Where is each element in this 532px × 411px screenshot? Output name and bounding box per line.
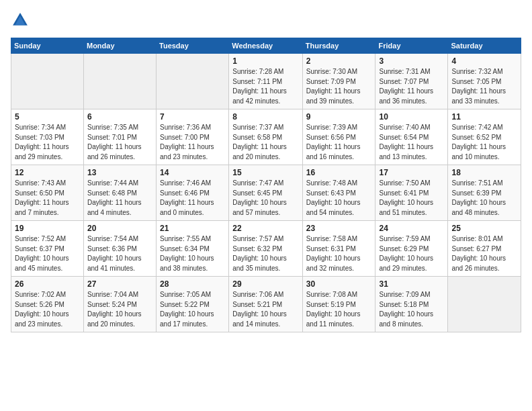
day-number: 19 xyxy=(15,224,80,233)
day-info: Sunrise: 7:44 AM Sunset: 6:48 PM Dayligh… xyxy=(87,179,152,218)
day-info: Sunrise: 7:08 AM Sunset: 5:19 PM Dayligh… xyxy=(306,290,372,329)
day-number: 24 xyxy=(379,224,444,233)
calendar-cell: 5Sunrise: 7:34 AM Sunset: 7:03 PM Daylig… xyxy=(11,109,84,165)
calendar-body: 1Sunrise: 7:28 AM Sunset: 7:11 PM Daylig… xyxy=(11,54,521,332)
day-number: 30 xyxy=(306,279,372,289)
calendar-cell xyxy=(448,277,521,332)
weekday-header: Friday xyxy=(375,38,448,54)
calendar-week-row: 12Sunrise: 7:43 AM Sunset: 6:50 PM Dayli… xyxy=(11,165,521,221)
day-info: Sunrise: 7:48 AM Sunset: 6:43 PM Dayligh… xyxy=(306,179,372,218)
calendar-cell: 28Sunrise: 7:05 AM Sunset: 5:22 PM Dayli… xyxy=(157,277,229,332)
day-info: Sunrise: 7:59 AM Sunset: 6:29 PM Dayligh… xyxy=(379,234,444,273)
weekday-row: SundayMondayTuesdayWednesdayThursdayFrid… xyxy=(11,38,521,54)
calendar-cell xyxy=(11,54,84,109)
day-info: Sunrise: 7:36 AM Sunset: 7:00 PM Dayligh… xyxy=(160,123,225,162)
calendar-cell: 2Sunrise: 7:30 AM Sunset: 7:09 PM Daylig… xyxy=(302,54,375,109)
calendar-cell: 7Sunrise: 7:36 AM Sunset: 7:00 PM Daylig… xyxy=(157,109,229,165)
weekday-header: Tuesday xyxy=(157,38,229,54)
day-number: 31 xyxy=(379,279,444,289)
calendar-week-row: 26Sunrise: 7:02 AM Sunset: 5:26 PM Dayli… xyxy=(11,277,521,332)
day-info: Sunrise: 7:40 AM Sunset: 6:54 PM Dayligh… xyxy=(379,123,444,162)
calendar-cell: 25Sunrise: 8:01 AM Sunset: 6:27 PM Dayli… xyxy=(448,221,521,277)
day-info: Sunrise: 7:52 AM Sunset: 6:37 PM Dayligh… xyxy=(15,234,80,273)
day-number: 4 xyxy=(451,56,517,66)
day-number: 3 xyxy=(379,56,444,66)
calendar-cell: 6Sunrise: 7:35 AM Sunset: 7:01 PM Daylig… xyxy=(83,109,156,165)
calendar-cell: 14Sunrise: 7:46 AM Sunset: 6:46 PM Dayli… xyxy=(157,165,229,221)
day-number: 28 xyxy=(160,279,225,289)
day-info: Sunrise: 7:06 AM Sunset: 5:21 PM Dayligh… xyxy=(232,290,299,329)
calendar-cell: 3Sunrise: 7:31 AM Sunset: 7:07 PM Daylig… xyxy=(375,54,448,109)
calendar-cell: 21Sunrise: 7:55 AM Sunset: 6:34 PM Dayli… xyxy=(157,221,229,277)
weekday-header: Monday xyxy=(83,38,156,54)
day-info: Sunrise: 7:32 AM Sunset: 7:05 PM Dayligh… xyxy=(451,67,517,106)
weekday-header: Thursday xyxy=(302,38,375,54)
calendar-cell: 29Sunrise: 7:06 AM Sunset: 5:21 PM Dayli… xyxy=(229,277,303,332)
day-info: Sunrise: 7:04 AM Sunset: 5:24 PM Dayligh… xyxy=(87,290,152,329)
calendar-cell: 12Sunrise: 7:43 AM Sunset: 6:50 PM Dayli… xyxy=(11,165,84,221)
day-info: Sunrise: 7:34 AM Sunset: 7:03 PM Dayligh… xyxy=(15,123,80,162)
day-number: 10 xyxy=(379,112,444,122)
calendar-cell: 1Sunrise: 7:28 AM Sunset: 7:11 PM Daylig… xyxy=(229,54,303,109)
day-info: Sunrise: 7:28 AM Sunset: 7:11 PM Dayligh… xyxy=(232,67,299,106)
day-info: Sunrise: 7:54 AM Sunset: 6:36 PM Dayligh… xyxy=(87,234,152,273)
day-number: 6 xyxy=(87,112,152,122)
day-info: Sunrise: 7:30 AM Sunset: 7:09 PM Dayligh… xyxy=(306,67,372,106)
day-number: 21 xyxy=(160,224,225,233)
calendar-cell xyxy=(83,54,156,109)
day-info: Sunrise: 7:42 AM Sunset: 6:52 PM Dayligh… xyxy=(451,123,517,162)
calendar-cell: 9Sunrise: 7:39 AM Sunset: 6:56 PM Daylig… xyxy=(302,109,375,165)
calendar-cell: 31Sunrise: 7:09 AM Sunset: 5:18 PM Dayli… xyxy=(375,277,448,332)
day-info: Sunrise: 7:02 AM Sunset: 5:26 PM Dayligh… xyxy=(15,290,80,329)
day-info: Sunrise: 7:35 AM Sunset: 7:01 PM Dayligh… xyxy=(87,123,152,162)
calendar-cell: 11Sunrise: 7:42 AM Sunset: 6:52 PM Dayli… xyxy=(448,109,521,165)
calendar-cell: 17Sunrise: 7:50 AM Sunset: 6:41 PM Dayli… xyxy=(375,165,448,221)
calendar-cell: 20Sunrise: 7:54 AM Sunset: 6:36 PM Dayli… xyxy=(83,221,156,277)
calendar-cell: 8Sunrise: 7:37 AM Sunset: 6:58 PM Daylig… xyxy=(229,109,303,165)
calendar-cell: 10Sunrise: 7:40 AM Sunset: 6:54 PM Dayli… xyxy=(375,109,448,165)
day-number: 27 xyxy=(87,279,152,289)
day-info: Sunrise: 7:37 AM Sunset: 6:58 PM Dayligh… xyxy=(232,123,299,162)
day-info: Sunrise: 7:50 AM Sunset: 6:41 PM Dayligh… xyxy=(379,179,444,218)
weekday-header: Saturday xyxy=(448,38,521,54)
day-info: Sunrise: 7:39 AM Sunset: 6:56 PM Dayligh… xyxy=(306,123,372,162)
day-number: 5 xyxy=(15,112,80,122)
weekday-header: Wednesday xyxy=(229,38,303,54)
day-number: 8 xyxy=(232,112,299,122)
day-info: Sunrise: 7:51 AM Sunset: 6:39 PM Dayligh… xyxy=(451,179,517,218)
day-number: 22 xyxy=(232,224,299,233)
calendar-cell: 4Sunrise: 7:32 AM Sunset: 7:05 PM Daylig… xyxy=(448,54,521,109)
calendar-table: SundayMondayTuesdayWednesdayThursdayFrid… xyxy=(11,38,521,332)
day-number: 17 xyxy=(379,168,444,177)
day-info: Sunrise: 7:05 AM Sunset: 5:22 PM Dayligh… xyxy=(160,290,225,329)
calendar-cell: 15Sunrise: 7:47 AM Sunset: 6:45 PM Dayli… xyxy=(229,165,303,221)
calendar-cell: 19Sunrise: 7:52 AM Sunset: 6:37 PM Dayli… xyxy=(11,221,84,277)
day-info: Sunrise: 7:47 AM Sunset: 6:45 PM Dayligh… xyxy=(232,179,299,218)
day-number: 11 xyxy=(451,112,517,122)
day-info: Sunrise: 7:57 AM Sunset: 6:32 PM Dayligh… xyxy=(232,234,299,273)
logo-icon xyxy=(11,11,30,30)
calendar-cell: 22Sunrise: 7:57 AM Sunset: 6:32 PM Dayli… xyxy=(229,221,303,277)
day-number: 25 xyxy=(451,224,517,233)
day-number: 12 xyxy=(15,168,80,177)
day-info: Sunrise: 7:58 AM Sunset: 6:31 PM Dayligh… xyxy=(306,234,372,273)
day-number: 23 xyxy=(306,224,372,233)
calendar-week-row: 5Sunrise: 7:34 AM Sunset: 7:03 PM Daylig… xyxy=(11,109,521,165)
calendar-header: SundayMondayTuesdayWednesdayThursdayFrid… xyxy=(11,38,521,54)
day-info: Sunrise: 8:01 AM Sunset: 6:27 PM Dayligh… xyxy=(451,234,517,273)
day-info: Sunrise: 7:55 AM Sunset: 6:34 PM Dayligh… xyxy=(160,234,225,273)
day-info: Sunrise: 7:43 AM Sunset: 6:50 PM Dayligh… xyxy=(15,179,80,218)
calendar-week-row: 19Sunrise: 7:52 AM Sunset: 6:37 PM Dayli… xyxy=(11,221,521,277)
day-number: 18 xyxy=(451,168,517,177)
logo xyxy=(11,11,32,30)
day-number: 7 xyxy=(160,112,225,122)
day-info: Sunrise: 7:31 AM Sunset: 7:07 PM Dayligh… xyxy=(379,67,444,106)
day-number: 1 xyxy=(232,56,299,66)
calendar-week-row: 1Sunrise: 7:28 AM Sunset: 7:11 PM Daylig… xyxy=(11,54,521,109)
calendar-cell: 30Sunrise: 7:08 AM Sunset: 5:19 PM Dayli… xyxy=(302,277,375,332)
calendar-cell: 24Sunrise: 7:59 AM Sunset: 6:29 PM Dayli… xyxy=(375,221,448,277)
weekday-header: Sunday xyxy=(11,38,84,54)
page-header xyxy=(11,11,521,30)
day-number: 9 xyxy=(306,112,372,122)
day-info: Sunrise: 7:46 AM Sunset: 6:46 PM Dayligh… xyxy=(160,179,225,218)
